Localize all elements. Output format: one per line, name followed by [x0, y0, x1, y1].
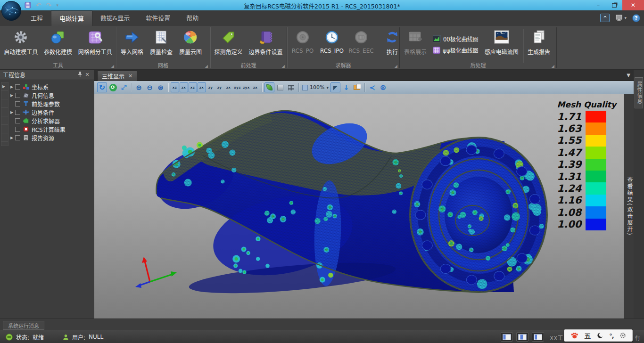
layout-center-button[interactable]	[516, 332, 528, 342]
view-orientation-button[interactable]: zy	[215, 82, 224, 92]
3d-model-canvas[interactable]	[94, 94, 624, 318]
checkbox[interactable]	[15, 135, 20, 140]
pin-icon[interactable]	[76, 71, 83, 78]
zoom-out-button[interactable]: ⊖	[145, 82, 155, 92]
wireframe-mode-button[interactable]	[286, 82, 296, 92]
viewport-3d[interactable]: Mesh Quality 1.71 1.63 1.55 1.47 1.39 1.…	[94, 94, 624, 318]
tab-em-computation[interactable]: 电磁计算	[51, 10, 92, 26]
close-button[interactable]: ✕	[622, 0, 644, 10]
theta-polarization-chart-button[interactable]: θθ极化曲线图	[433, 35, 479, 43]
minimize-button[interactable]: –	[590, 0, 606, 10]
tree-item-analysis-solver[interactable]: 分析求解器	[8, 116, 92, 125]
rotate-view-button[interactable]: ↻	[97, 82, 107, 92]
expander-icon[interactable]: ▶	[8, 93, 15, 98]
zoom-window-button[interactable]: ⤢	[119, 82, 129, 92]
checkbox[interactable]	[15, 127, 20, 132]
induction-em-current-map-button[interactable]: 感应电磁流图	[481, 27, 522, 61]
toolbar-separator	[298, 83, 299, 92]
restore-button[interactable]	[606, 0, 622, 10]
ime-moon-icon[interactable]	[597, 332, 603, 339]
dialog-launcher-icon[interactable]: ◢	[205, 64, 208, 68]
import-mesh-button[interactable]: 导入网格	[117, 27, 147, 61]
zoom-in-button[interactable]: ⊕	[134, 82, 144, 92]
import-view-button[interactable]: ↓	[341, 82, 351, 92]
layers-button[interactable]	[352, 82, 362, 92]
tab-data-display[interactable]: 数据&显示	[92, 10, 138, 26]
psi-polarization-chart-button[interactable]: ψψ极化曲线图	[433, 46, 479, 54]
checkbox[interactable]	[15, 118, 20, 123]
solver-rcs-po-button[interactable]: RCS_PO	[288, 27, 317, 61]
collapse-ribbon-button[interactable]: ^	[600, 14, 610, 22]
layout-left-button[interactable]	[501, 332, 513, 342]
dialog-launcher-icon[interactable]: ◢	[395, 64, 397, 68]
tree-item-rcs-results[interactable]: RCS计算结果	[8, 125, 92, 133]
generate-report-button[interactable]: 生成报告	[524, 27, 553, 61]
dialog-launcher-icon[interactable]: ◢	[282, 64, 285, 68]
quality-cloud-map-button[interactable]: 质量云图	[176, 27, 205, 61]
zoom-fit-button[interactable]: ⊛	[156, 82, 165, 92]
table-display-button[interactable]: 表格展示	[401, 27, 430, 61]
expander-icon[interactable]: ▶	[8, 136, 15, 140]
tree-item-coordinate-system[interactable]: ▶ 坐标系	[8, 82, 92, 91]
view-orientation-button[interactable]: zyx	[242, 82, 251, 92]
tree-item-geometry-info[interactable]: ▶ 几何信息	[8, 91, 92, 99]
expander-icon[interactable]: ▶	[8, 110, 15, 114]
view-orientation-button[interactable]: zx	[198, 82, 206, 92]
flat-mode-button[interactable]	[275, 82, 285, 92]
tree-item-report-resources[interactable]: ▶ 报告资源	[8, 133, 92, 142]
view-corner-button[interactable]: ◤	[330, 82, 340, 92]
tree-item-boundary-conditions[interactable]: ▶ 边界条件	[8, 108, 92, 116]
probe-angle-define-button[interactable]: 探测角定义	[211, 27, 246, 61]
share-link-button[interactable]: ≺	[367, 82, 377, 92]
tab-3d-display[interactable]: 三维显示 ✕	[97, 71, 137, 81]
parametric-modeling-button[interactable]: 参数化建模	[41, 27, 75, 61]
ribbon-group-mesh: 导入网格 质量检查 质量云图 网格 ◢	[116, 26, 210, 69]
solver-rcs-ipo-button[interactable]: RCS_IPO	[317, 27, 347, 61]
ime-punctuation-toggle[interactable]: °,	[609, 332, 613, 339]
boundary-condition-settings-button[interactable]: 边界条件设置	[246, 27, 286, 61]
results-collapsed-bar[interactable]: 查看结果(双击展开)	[624, 94, 634, 318]
orbit-refresh-button[interactable]: ⟳	[108, 82, 118, 92]
solver-rcs-eec-button[interactable]: RCS_EEC	[347, 27, 376, 61]
checkbox[interactable]	[15, 93, 20, 98]
zoom-dropdown-icon[interactable]: ▾	[326, 85, 329, 90]
help-button[interactable]: ?	[632, 14, 640, 22]
layout-right-button[interactable]	[532, 332, 544, 342]
project-info-panel: 工程信息 ✕ ▶ ▶ 坐标系 ▶ 几何信息	[0, 70, 94, 318]
launch-modeling-tool-button[interactable]: 启动建模工具	[1, 27, 41, 61]
checkbox[interactable]	[15, 101, 20, 106]
view-orientation-button[interactable]: xyz	[233, 82, 242, 92]
view-orientation-button[interactable]: xz	[171, 82, 179, 92]
display-style-button[interactable]: ▾	[615, 15, 627, 22]
toolbar-separator	[168, 83, 168, 92]
ime-settings-gear-icon[interactable]	[619, 332, 626, 339]
ime-paw-icon[interactable]	[570, 332, 578, 339]
view-orientation-button[interactable]: zx	[251, 82, 260, 92]
zoom-level-control[interactable]: 100% ▾	[302, 84, 329, 90]
mesh-partition-tool-button[interactable]: 网格剖分工具	[75, 27, 115, 61]
dialog-launcher-icon[interactable]: ◢	[111, 64, 114, 68]
close-view-button[interactable]: ⊗	[378, 82, 388, 92]
view-orientation-button[interactable]: xz	[189, 82, 197, 92]
view-orientation-button[interactable]: zx	[224, 82, 233, 92]
tab-close-icon[interactable]: ✕	[128, 73, 132, 79]
panel-close-icon[interactable]: ✕	[83, 72, 91, 78]
tab-list-dropdown-icon[interactable]: ▼	[627, 73, 630, 78]
tab-help[interactable]: 帮助	[178, 10, 206, 26]
dialog-launcher-icon[interactable]: ◢	[552, 64, 554, 68]
expander-icon[interactable]: ▶	[8, 85, 15, 89]
view-orientation-button[interactable]: zx	[180, 82, 188, 92]
ime-mode-toggle[interactable]: 五	[584, 331, 591, 340]
shaded-mode-button[interactable]	[264, 82, 274, 92]
tab-project[interactable]: 工程	[23, 10, 51, 26]
tree-item-preprocess-params[interactable]: 前处理参数	[8, 99, 92, 108]
checkbox[interactable]	[15, 110, 20, 115]
checkbox[interactable]	[15, 84, 20, 90]
properties-tab[interactable]: 属性信息	[635, 77, 643, 108]
root-expander-icon[interactable]: ▶	[2, 84, 5, 89]
quality-check-button[interactable]: 质量检查	[147, 27, 176, 61]
system-messages-tab[interactable]: 系统运行消息	[3, 321, 44, 330]
view-orientation-button[interactable]: zy	[206, 82, 215, 92]
tab-software-settings[interactable]: 软件设置	[138, 10, 178, 26]
user-label: 用户:	[72, 333, 85, 341]
